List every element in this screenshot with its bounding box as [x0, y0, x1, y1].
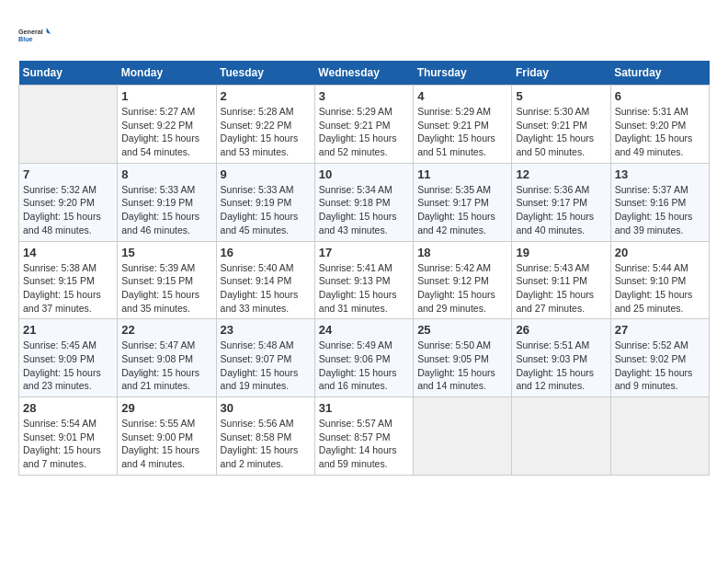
day-number: 5	[516, 89, 606, 103]
day-number: 15	[121, 246, 211, 259]
page-header: GeneralBlue	[18, 18, 710, 52]
svg-text:Blue: Blue	[18, 35, 33, 43]
day-number: 11	[417, 167, 507, 181]
day-info: Sunrise: 5:42 AMSunset: 9:12 PMDaylight:…	[417, 261, 507, 316]
calendar-cell	[610, 397, 709, 476]
calendar-cell	[512, 397, 610, 476]
calendar-cell: 11Sunrise: 5:35 AMSunset: 9:17 PMDayligh…	[414, 163, 512, 241]
calendar-cell: 9Sunrise: 5:33 AMSunset: 9:19 PMDaylight…	[216, 163, 314, 241]
day-number: 31	[319, 401, 409, 415]
day-number: 3	[319, 89, 409, 103]
calendar-cell: 8Sunrise: 5:33 AMSunset: 9:19 PMDaylight…	[118, 163, 216, 241]
day-number: 20	[615, 246, 705, 259]
day-info: Sunrise: 5:35 AMSunset: 9:17 PMDaylight:…	[417, 183, 507, 237]
column-header-thursday: Thursday	[414, 61, 512, 86]
calendar-cell	[414, 397, 512, 476]
day-info: Sunrise: 5:56 AMSunset: 8:58 PMDaylight:…	[221, 417, 311, 471]
calendar-cell: 26Sunrise: 5:51 AMSunset: 9:03 PMDayligh…	[512, 319, 610, 397]
day-info: Sunrise: 5:36 AMSunset: 9:17 PMDaylight:…	[516, 183, 606, 237]
day-info: Sunrise: 5:40 AMSunset: 9:14 PMDaylight:…	[221, 261, 311, 316]
day-number: 18	[417, 246, 507, 259]
day-number: 1	[121, 89, 211, 103]
calendar-week-2: 7Sunrise: 5:32 AMSunset: 9:20 PMDaylight…	[19, 163, 710, 241]
day-info: Sunrise: 5:51 AMSunset: 9:03 PMDaylight:…	[516, 339, 606, 393]
calendar-week-3: 14Sunrise: 5:38 AMSunset: 9:15 PMDayligh…	[19, 241, 710, 319]
day-info: Sunrise: 5:33 AMSunset: 9:19 PMDaylight:…	[221, 183, 311, 237]
calendar-cell: 21Sunrise: 5:45 AMSunset: 9:09 PMDayligh…	[19, 319, 118, 397]
calendar-cell: 7Sunrise: 5:32 AMSunset: 9:20 PMDaylight…	[19, 163, 118, 241]
day-info: Sunrise: 5:34 AMSunset: 9:18 PMDaylight:…	[319, 183, 409, 237]
day-number: 25	[417, 323, 507, 337]
calendar-cell: 31Sunrise: 5:57 AMSunset: 8:57 PMDayligh…	[314, 397, 413, 476]
calendar-table: SundayMondayTuesdayWednesdayThursdayFrid…	[18, 61, 710, 476]
column-header-wednesday: Wednesday	[314, 61, 413, 86]
calendar-cell: 24Sunrise: 5:49 AMSunset: 9:06 PMDayligh…	[314, 319, 413, 397]
day-number: 19	[516, 246, 606, 259]
day-info: Sunrise: 5:30 AMSunset: 9:21 PMDaylight:…	[516, 105, 606, 159]
day-info: Sunrise: 5:33 AMSunset: 9:19 PMDaylight:…	[121, 183, 211, 237]
day-info: Sunrise: 5:54 AMSunset: 9:01 PMDaylight:…	[23, 417, 113, 471]
day-info: Sunrise: 5:50 AMSunset: 9:05 PMDaylight:…	[417, 339, 507, 393]
day-number: 27	[615, 323, 705, 337]
calendar-cell: 2Sunrise: 5:28 AMSunset: 9:22 PMDaylight…	[216, 86, 314, 164]
day-number: 10	[319, 167, 409, 181]
calendar-cell: 15Sunrise: 5:39 AMSunset: 9:15 PMDayligh…	[118, 241, 216, 319]
day-number: 21	[23, 323, 113, 337]
calendar-cell: 25Sunrise: 5:50 AMSunset: 9:05 PMDayligh…	[414, 319, 512, 397]
day-number: 4	[417, 89, 507, 103]
day-number: 22	[121, 323, 211, 337]
calendar-cell: 10Sunrise: 5:34 AMSunset: 9:18 PMDayligh…	[314, 163, 413, 241]
day-info: Sunrise: 5:57 AMSunset: 8:57 PMDaylight:…	[319, 417, 409, 471]
day-info: Sunrise: 5:41 AMSunset: 9:13 PMDaylight:…	[319, 261, 409, 316]
day-info: Sunrise: 5:31 AMSunset: 9:20 PMDaylight:…	[615, 105, 705, 159]
calendar-cell: 16Sunrise: 5:40 AMSunset: 9:14 PMDayligh…	[216, 241, 314, 319]
day-info: Sunrise: 5:45 AMSunset: 9:09 PMDaylight:…	[23, 339, 113, 393]
calendar-cell: 6Sunrise: 5:31 AMSunset: 9:20 PMDaylight…	[610, 86, 709, 164]
calendar-cell: 20Sunrise: 5:44 AMSunset: 9:10 PMDayligh…	[610, 241, 709, 319]
calendar-cell: 18Sunrise: 5:42 AMSunset: 9:12 PMDayligh…	[414, 241, 512, 319]
column-header-friday: Friday	[512, 61, 610, 86]
day-number: 28	[23, 401, 113, 415]
calendar-header-row: SundayMondayTuesdayWednesdayThursdayFrid…	[19, 61, 710, 86]
day-number: 23	[221, 323, 311, 337]
svg-text:General: General	[18, 28, 43, 36]
day-number: 29	[121, 401, 211, 415]
svg-marker-2	[47, 28, 51, 34]
calendar-cell: 13Sunrise: 5:37 AMSunset: 9:16 PMDayligh…	[610, 163, 709, 241]
column-header-monday: Monday	[118, 61, 216, 86]
calendar-cell: 29Sunrise: 5:55 AMSunset: 9:00 PMDayligh…	[118, 397, 216, 476]
day-info: Sunrise: 5:29 AMSunset: 9:21 PMDaylight:…	[319, 105, 409, 159]
calendar-cell: 22Sunrise: 5:47 AMSunset: 9:08 PMDayligh…	[118, 319, 216, 397]
day-number: 16	[221, 246, 311, 259]
calendar-cell: 5Sunrise: 5:30 AMSunset: 9:21 PMDaylight…	[512, 86, 610, 164]
calendar-week-5: 28Sunrise: 5:54 AMSunset: 9:01 PMDayligh…	[19, 397, 710, 476]
calendar-cell: 27Sunrise: 5:52 AMSunset: 9:02 PMDayligh…	[610, 319, 709, 397]
day-number: 26	[516, 323, 606, 337]
day-number: 9	[221, 167, 311, 181]
day-info: Sunrise: 5:27 AMSunset: 9:22 PMDaylight:…	[121, 105, 211, 159]
calendar-cell: 1Sunrise: 5:27 AMSunset: 9:22 PMDaylight…	[118, 86, 216, 164]
day-number: 13	[615, 167, 705, 181]
day-number: 14	[23, 246, 113, 259]
column-header-sunday: Sunday	[19, 61, 118, 86]
day-number: 17	[319, 246, 409, 259]
day-number: 6	[615, 89, 705, 103]
day-info: Sunrise: 5:48 AMSunset: 9:07 PMDaylight:…	[221, 339, 311, 393]
calendar-cell: 12Sunrise: 5:36 AMSunset: 9:17 PMDayligh…	[512, 163, 610, 241]
calendar-cell	[19, 86, 118, 164]
column-header-saturday: Saturday	[610, 61, 709, 86]
day-number: 30	[221, 401, 311, 415]
calendar-week-1: 1Sunrise: 5:27 AMSunset: 9:22 PMDaylight…	[19, 86, 710, 164]
calendar-cell: 23Sunrise: 5:48 AMSunset: 9:07 PMDayligh…	[216, 319, 314, 397]
day-info: Sunrise: 5:44 AMSunset: 9:10 PMDaylight:…	[615, 261, 705, 316]
column-header-tuesday: Tuesday	[216, 61, 314, 86]
day-number: 7	[23, 167, 113, 181]
calendar-cell: 28Sunrise: 5:54 AMSunset: 9:01 PMDayligh…	[19, 397, 118, 476]
day-info: Sunrise: 5:47 AMSunset: 9:08 PMDaylight:…	[121, 339, 211, 393]
day-number: 8	[121, 167, 211, 181]
calendar-cell: 17Sunrise: 5:41 AMSunset: 9:13 PMDayligh…	[314, 241, 413, 319]
calendar-week-4: 21Sunrise: 5:45 AMSunset: 9:09 PMDayligh…	[19, 319, 710, 397]
day-info: Sunrise: 5:55 AMSunset: 9:00 PMDaylight:…	[121, 417, 211, 471]
calendar-cell: 4Sunrise: 5:29 AMSunset: 9:21 PMDaylight…	[414, 86, 512, 164]
day-number: 2	[221, 89, 311, 103]
